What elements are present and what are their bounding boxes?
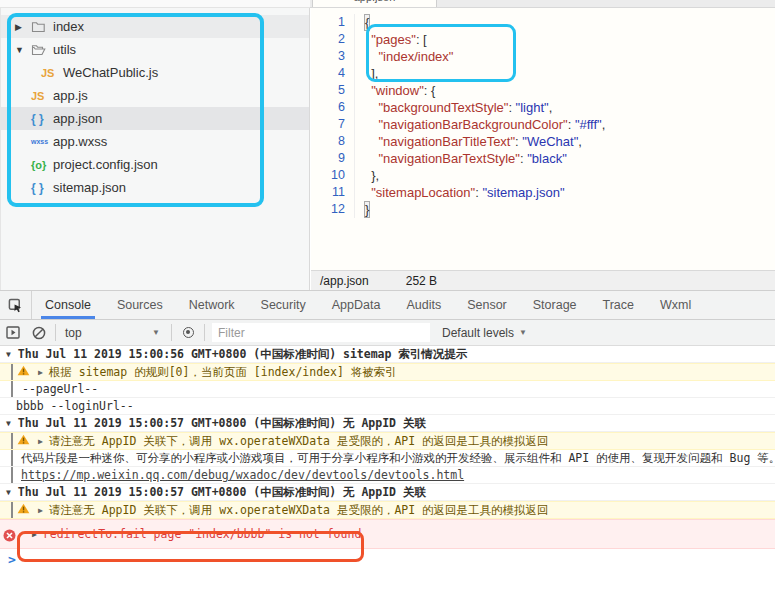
- code-line: 2 "pages": [: [311, 31, 775, 48]
- line-number: 1: [311, 14, 355, 31]
- code-text: "navigationBarBackgroundColor": "#fff",: [355, 116, 605, 133]
- code-token: ,: [578, 134, 582, 149]
- chevron-down-icon[interactable]: ▼: [15, 45, 31, 55]
- tree-item-app.js[interactable]: JSapp.js: [1, 84, 309, 107]
- log-levels-dropdown[interactable]: Default levels ▼: [442, 326, 527, 340]
- editor-tab-appjson[interactable]: app.json: [312, 0, 437, 8]
- code-text: {: [355, 14, 370, 31]
- js-glyph: JS: [31, 90, 44, 102]
- tab-storage[interactable]: Storage: [533, 291, 577, 319]
- tab-appdata[interactable]: AppData: [332, 291, 381, 319]
- tab-network[interactable]: Network: [189, 291, 235, 319]
- code-token: :: [568, 117, 575, 132]
- eye-icon: [183, 327, 194, 338]
- console-warning-row: ▶请注意无 AppID 关联下，调用 wx.operateWXData 是受限的…: [0, 501, 775, 519]
- code-token: ],: [364, 66, 378, 81]
- chevron-down-icon: ▼: [6, 488, 11, 497]
- tree-item-index[interactable]: ▶index: [1, 15, 309, 38]
- editor-tab-bar: app.json: [310, 0, 775, 8]
- context-selector-dropdown[interactable]: top ▼: [65, 326, 168, 340]
- console-toolbar: top ▼ Default levels ▼: [0, 320, 775, 346]
- line-number: 3: [311, 48, 355, 65]
- code-line: 8 "navigationBarTitleText": "WeChat",: [311, 133, 775, 150]
- code-text: "navigationBarTitleText": "WeChat",: [355, 133, 582, 150]
- line-number: 8: [311, 133, 355, 150]
- tree-item-label: app.json: [53, 111, 102, 126]
- console-filter-input[interactable]: [212, 323, 430, 342]
- wxss-icon: wxss: [31, 138, 53, 145]
- console-group-row[interactable]: ▼Thu Jul 11 2019 15:00:57 GMT+0800 (中国标准…: [0, 415, 775, 432]
- tree-item-utils[interactable]: ▼utils: [1, 38, 309, 61]
- code-token: ,: [549, 100, 553, 115]
- console-log-text: bbbb --loginUrl--: [16, 399, 134, 413]
- code-text: "window": {: [355, 82, 435, 99]
- tree-item-project.config.json[interactable]: {o}project.config.json: [1, 153, 309, 176]
- code-token: "navigationBarBackgroundColor": [378, 117, 567, 132]
- console-group-text: Thu Jul 11 2019 15:00:57 GMT+0800 (中国标准时…: [18, 416, 426, 431]
- line-number: 10: [311, 167, 355, 184]
- code-line: 1{: [311, 14, 775, 31]
- console-group-text: Thu Jul 11 2019 15:00:56 GMT+0800 (中国标准时…: [18, 347, 468, 362]
- code-token: : [: [416, 32, 427, 47]
- tab-sensor[interactable]: Sensor: [467, 291, 507, 319]
- code-token: [364, 49, 378, 64]
- toolbar-separator: [55, 324, 56, 341]
- folder-open-icon: [31, 44, 53, 56]
- console-link[interactable]: https://mp.weixin.qq.com/debug/wxadoc/de…: [21, 468, 464, 482]
- console-output: ▼Thu Jul 11 2019 15:00:56 GMT+0800 (中国标准…: [0, 346, 775, 569]
- expand-arrow-icon[interactable]: ▶: [38, 506, 43, 515]
- chevron-down-icon: ▼: [519, 328, 527, 337]
- chevron-down-icon: ▼: [6, 419, 11, 428]
- chevron-down-icon: ▼: [6, 350, 11, 359]
- tree-item-label: utils: [53, 42, 76, 57]
- code-editor[interactable]: 1{2 "pages": [3 "index/index"4 ],5 "wind…: [311, 8, 775, 270]
- tab-security[interactable]: Security: [261, 291, 306, 319]
- code-token: "index/index": [378, 49, 453, 64]
- config-glyph: {o}: [31, 159, 46, 171]
- console-group-row[interactable]: ▼Thu Jul 11 2019 15:00:57 GMT+0800 (中国标准…: [0, 484, 775, 501]
- tab-audits[interactable]: Audits: [406, 291, 441, 319]
- tree-item-app.json[interactable]: { }app.json: [1, 107, 309, 130]
- console-warning-text: 请注意无 AppID 关联下，调用 wx.operateWXData 是受限的，…: [49, 503, 549, 518]
- live-expression-button[interactable]: [175, 320, 201, 345]
- tab-wxml[interactable]: Wxml: [660, 291, 691, 319]
- line-number: 4: [311, 65, 355, 82]
- tab-console[interactable]: Console: [45, 291, 91, 319]
- tree-item-WeChatPublic.js[interactable]: JSWeChatPublic.js: [1, 61, 309, 84]
- clear-console-button[interactable]: [26, 320, 52, 345]
- code-line: 9 "navigationBarTextStyle": "black": [311, 150, 775, 167]
- inspect-element-button[interactable]: [0, 291, 32, 319]
- expand-arrow-icon[interactable]: ▶: [32, 530, 37, 539]
- tab-sources[interactable]: Sources: [117, 291, 163, 319]
- tree-item-app.wxss[interactable]: wxssapp.wxss: [1, 130, 309, 153]
- js-icon: JS: [41, 67, 63, 79]
- file-tree-panel: ▶index▼utilsJSWeChatPublic.jsJSapp.js{ }…: [0, 8, 310, 290]
- console-warning-row: ▶请注意无 AppID 关联下，调用 wx.operateWXData 是受限的…: [0, 432, 775, 450]
- code-line: 10 },: [311, 167, 775, 184]
- clear-icon: [32, 326, 46, 340]
- code-token: "pages": [371, 32, 416, 47]
- line-number: 7: [311, 116, 355, 133]
- code-token: :: [508, 100, 515, 115]
- code-token: "window": [371, 83, 424, 98]
- code-text: }: [355, 201, 370, 218]
- tree-item-sitemap.json[interactable]: { }sitemap.json: [1, 176, 309, 199]
- console-sidebar-toggle-button[interactable]: [0, 320, 26, 345]
- console-prompt-chevron: >: [8, 552, 16, 567]
- code-token: "navigationBarTitleText": [378, 134, 515, 149]
- code-token: [364, 117, 378, 132]
- tab-trace[interactable]: Trace: [603, 291, 635, 319]
- expand-arrow-icon[interactable]: ▶: [38, 437, 43, 446]
- devtools-tab-bar: ConsoleSourcesNetworkSecurityAppDataAudi…: [0, 290, 775, 320]
- file-size: 252 B: [406, 274, 437, 288]
- json-icon: { }: [31, 112, 53, 126]
- console-error-message: ▶redirectTo:fail page "index/bbbb" is no…: [24, 527, 361, 541]
- sidebar-toggle-icon: [6, 326, 20, 339]
- code-text: "index/index": [355, 48, 453, 65]
- expand-arrow-icon[interactable]: ▶: [38, 368, 43, 377]
- console-group-row[interactable]: ▼Thu Jul 11 2019 15:00:56 GMT+0800 (中国标准…: [0, 346, 775, 363]
- code-line: 3 "index/index": [311, 48, 775, 65]
- chevron-right-icon[interactable]: ▶: [15, 22, 31, 32]
- console-prompt-row[interactable]: >: [0, 549, 775, 569]
- code-token: "sitemap.json": [482, 185, 564, 200]
